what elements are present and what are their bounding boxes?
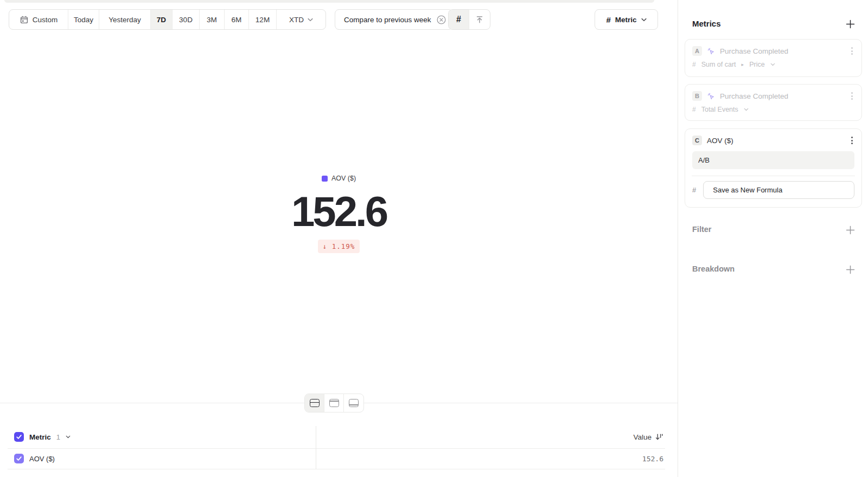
metric-card-c-formula[interactable]: C AOV ($) # Save as New Formula [685,128,862,208]
metric-event-name: Purchase Completed [720,92,788,100]
metric-aggregation-dropdown[interactable]: # Total Events [692,106,854,113]
event-pointer-icon [707,47,715,55]
formula-input[interactable] [692,151,854,169]
filter-section-title: Filter [692,225,711,234]
chevron-down-icon [770,63,775,66]
metric-aggregation-dropdown[interactable]: # Sum of cart ▸ Price [692,61,854,68]
metric-value: 152.6 [291,186,386,236]
metric-options-menu[interactable] [850,135,854,146]
select-all-checkbox[interactable] [14,432,24,442]
query-builder-sidebar: Metrics A Purchase Completed # Sum [678,0,868,477]
compare-chip[interactable]: Compare to previous week [335,9,453,30]
time-range-control: Custom Today Yesterday 7D 30D 3M 6M 12M … [9,9,326,30]
metric-card-b[interactable]: B Purchase Completed # Total Events [685,84,862,121]
breadcrumb-arrow-icon: ▸ [742,62,744,67]
time-range-label: 6M [232,16,242,24]
metric-card-a[interactable]: A Purchase Completed # Sum of cart ▸ Pri… [685,39,862,77]
add-filter-button[interactable] [844,224,856,236]
bottom-pane-icon [349,399,359,407]
chevron-down-icon [308,18,313,22]
metric-dropdown-button[interactable]: # Metric [595,9,658,30]
chevron-down-icon [641,18,647,22]
time-range-label: Custom [33,16,58,24]
card-divider [692,176,855,176]
chevron-down-icon[interactable] [66,435,71,439]
time-range-3m[interactable]: 3M [200,10,225,29]
row-value: 152.6 [642,448,663,469]
value-column-label: Value [633,433,652,441]
time-range-30d[interactable]: 30D [173,10,200,29]
table-column-divider [316,426,316,469]
number-view-option[interactable]: # [449,10,469,29]
table-only-view-option[interactable] [344,394,363,412]
metric-letter-badge: B [692,91,702,101]
hash-icon: # [456,15,461,24]
time-range-label: Today [74,16,93,24]
aggregation-label: Sum of cart [701,61,736,68]
time-range-label: XTD [289,16,304,24]
legend-label: AOV ($) [331,175,356,182]
legend-swatch [322,176,328,182]
metric-letter-badge: A [692,46,702,56]
hash-icon: # [692,106,696,113]
hash-icon: # [606,15,610,24]
table-row-border [8,469,665,469]
split-view-option[interactable] [305,394,324,412]
metric-column-label: Metric [29,433,51,441]
breakdown-section-title: Breakdown [692,265,735,273]
time-range-label: 12M [256,16,270,24]
time-range-label: Yesterday [108,16,141,24]
chart-only-view-option[interactable] [324,394,344,412]
time-range-today[interactable]: Today [68,10,99,29]
time-range-12m[interactable]: 12M [249,10,277,29]
calendar-icon [20,15,29,24]
row-metric-name: AOV ($) [29,455,55,463]
time-range-7d[interactable]: 7D [151,10,173,29]
remove-compare-icon[interactable] [436,15,446,25]
time-range-custom[interactable]: Custom [9,10,68,29]
metrics-section-title: Metrics [692,19,721,28]
time-range-xtd[interactable]: XTD [277,10,326,29]
hash-icon: # [692,186,696,194]
time-range-yesterday[interactable]: Yesterday [99,10,151,29]
value-column-header[interactable]: Value [633,426,663,448]
time-range-label: 30D [179,16,193,24]
chevron-down-icon [744,108,749,111]
arrow-up-view-option[interactable] [469,10,490,29]
table-row: AOV ($) [14,448,55,469]
table-header-metric: Metric 1 [14,426,71,448]
legend: AOV ($) [322,175,356,182]
time-range-6m[interactable]: 6M [225,10,249,29]
metric-options-menu[interactable] [850,91,854,101]
aggregation-label: Total Events [701,106,738,113]
sort-descending-icon [655,433,663,441]
pane-layout-toggle [304,394,364,412]
table-header-border [8,448,665,449]
arrow-up-to-line-icon [475,15,484,24]
visualization-toggle: # [448,9,490,30]
change-percent: 1.19% [332,242,355,250]
arrow-down-icon: ↓ [323,242,328,250]
event-pointer-icon [707,92,715,100]
split-pane-icon [310,399,320,407]
hash-icon: # [692,61,696,68]
add-breakdown-button[interactable] [844,263,856,275]
row-checkbox[interactable] [14,454,24,463]
save-as-new-formula-button[interactable]: Save as New Formula [703,181,854,199]
metric-summary: AOV ($) 152.6 ↓ 1.19% [0,175,678,253]
top-card-edge [4,0,654,3]
add-metric-button[interactable] [844,18,856,30]
aggregation-property: Price [749,61,764,68]
formula-metric-name: AOV ($) [707,137,733,145]
compare-chip-label: Compare to previous week [344,16,431,24]
metric-button-label: Metric [615,16,637,24]
metric-count: 1 [56,433,60,441]
time-range-label: 7D [157,16,166,24]
metric-letter-badge: C [692,136,702,145]
metric-options-menu[interactable] [850,46,854,56]
metric-event-name: Purchase Completed [720,47,788,55]
top-pane-icon [329,399,339,407]
insights-report-page: Custom Today Yesterday 7D 30D 3M 6M 12M … [0,0,868,477]
change-badge: ↓ 1.19% [318,240,360,253]
time-range-label: 3M [207,16,217,24]
